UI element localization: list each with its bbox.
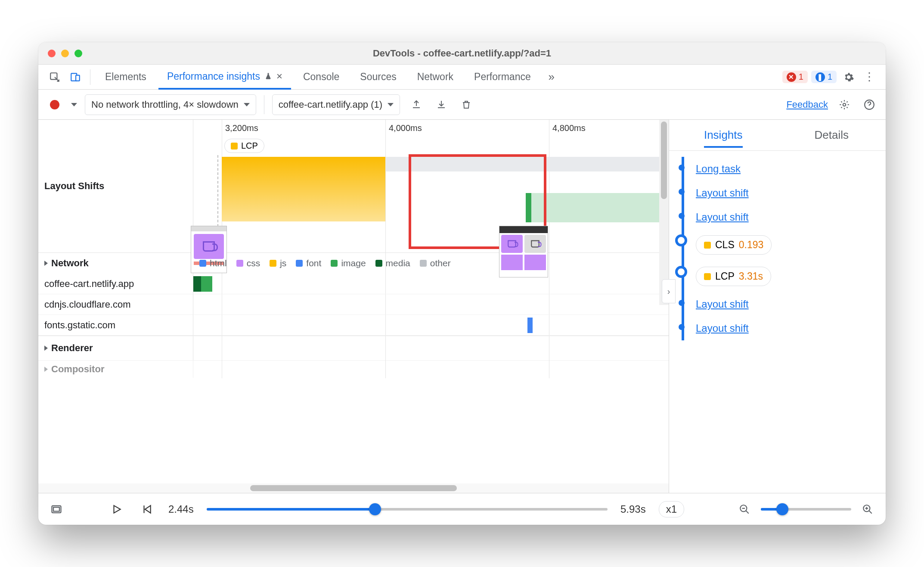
kebab-menu-icon[interactable]: ⋮: [861, 69, 878, 86]
renderer-section-header[interactable]: Renderer: [38, 336, 669, 360]
delete-icon[interactable]: [458, 96, 475, 113]
horizontal-scrollbar[interactable]: [38, 483, 669, 493]
panel-settings-icon[interactable]: [836, 96, 853, 113]
help-icon[interactable]: [861, 96, 878, 113]
tab-details[interactable]: Details: [778, 120, 886, 150]
tab-label: Console: [303, 71, 339, 83]
lcp-swatch: [704, 273, 711, 280]
insight-layout-shift[interactable]: Layout shift: [696, 187, 749, 199]
timeline-milestone-icon: [675, 266, 687, 278]
close-window-button[interactable]: [48, 50, 56, 57]
throttle-dropdown[interactable]: No network throttling, 4× slowdown: [85, 94, 256, 115]
time-end: 5.93s: [620, 503, 646, 515]
inspect-element-icon[interactable]: [46, 69, 63, 86]
tab-network[interactable]: Network: [409, 65, 462, 89]
layout-shifts-track[interactable]: 3,200ms 4,000ms 4,800ms LCP: [193, 120, 669, 252]
zoom-in-icon[interactable]: [859, 501, 876, 518]
swatch-html: [199, 260, 206, 267]
host-track[interactable]: [193, 294, 669, 315]
cls-label: CLS: [715, 239, 735, 251]
svg-rect-6: [53, 507, 59, 511]
page-dropdown[interactable]: coffee-cart.netlify.app (1): [272, 94, 400, 115]
tab-insights[interactable]: Insights: [669, 120, 778, 150]
main-area: Layout Shifts 3,200ms 4,000ms 4,800ms: [38, 120, 886, 493]
record-button[interactable]: [46, 96, 63, 113]
timeline-milestone-icon: [675, 234, 687, 246]
network-row: coffee-cart.netlify.app: [38, 274, 669, 294]
tab-sources[interactable]: Sources: [351, 65, 405, 89]
insights-list[interactable]: Long task Layout shift Layout shift CLS …: [669, 151, 886, 493]
recording-toolbar: No network throttling, 4× slowdown coffe…: [38, 90, 886, 120]
insight-layout-shift[interactable]: Layout shift: [696, 322, 749, 334]
insight-layout-shift[interactable]: Layout shift: [696, 211, 749, 223]
lcp-value: 3.31s: [739, 271, 763, 282]
slider-knob[interactable]: [369, 503, 381, 515]
tab-console[interactable]: Console: [295, 65, 348, 89]
host-track[interactable]: [193, 315, 669, 336]
insight-layout-shift[interactable]: Layout shift: [696, 298, 749, 310]
tab-label: Network: [417, 71, 453, 83]
timeline-dot: [679, 300, 685, 306]
tab-label: Details: [815, 128, 849, 142]
cls-pill[interactable]: CLS 0.193: [696, 235, 772, 255]
svg-point-3: [843, 103, 846, 106]
feedback-link[interactable]: Feedback: [786, 99, 828, 110]
window-title: DevTools - coffee-cart.netlify.app/?ad=1: [373, 48, 551, 59]
play-icon[interactable]: [108, 501, 125, 518]
issues-badge[interactable]: ❚ 1: [811, 71, 837, 83]
toggle-screenshots-icon[interactable]: [48, 501, 65, 518]
rewind-icon[interactable]: [138, 501, 155, 518]
lcp-pill[interactable]: LCP 3.31s: [696, 267, 771, 286]
expand-icon: [44, 367, 48, 372]
zoom-slider[interactable]: [761, 508, 851, 511]
device-toolbar-icon[interactable]: [67, 69, 84, 86]
timeline-dot: [679, 213, 685, 219]
zoom-out-icon[interactable]: [736, 501, 753, 518]
slider-knob[interactable]: [776, 503, 788, 515]
host-label: coffee-cart.netlify.app: [38, 274, 193, 294]
request-bar[interactable]: [527, 318, 533, 333]
timeline-bar-green[interactable]: [531, 193, 669, 222]
ruler-tick: 4,000ms: [389, 123, 422, 133]
timeline-bar-orange[interactable]: [222, 157, 385, 221]
maximize-window-button[interactable]: [74, 50, 82, 57]
scrollbar-thumb[interactable]: [250, 485, 457, 491]
throttle-value: No network throttling, 4× slowdown: [91, 99, 239, 110]
lcp-marker-pill[interactable]: LCP: [224, 139, 264, 153]
host-track[interactable]: [193, 274, 669, 294]
tab-performance-insights[interactable]: Performance insights ×: [158, 65, 291, 90]
tab-label: Performance insights: [167, 71, 260, 82]
tab-elements[interactable]: Elements: [96, 65, 155, 89]
vertical-scrollbar[interactable]: [659, 120, 669, 305]
error-badge[interactable]: ✕ 1: [782, 71, 808, 83]
request-bar[interactable]: [193, 276, 201, 292]
more-tabs-icon[interactable]: »: [543, 69, 560, 86]
expand-icon: [44, 261, 48, 266]
playhead-slider[interactable]: [207, 508, 608, 511]
legend-other: other: [430, 258, 451, 268]
renderer-track[interactable]: [193, 336, 669, 360]
compositor-track[interactable]: [193, 361, 669, 378]
tab-performance[interactable]: Performance: [465, 65, 540, 89]
import-icon[interactable]: [433, 96, 450, 113]
insight-long-task[interactable]: Long task: [696, 163, 741, 174]
compositor-section-header[interactable]: Compositor: [38, 360, 669, 378]
main-tabstrip: Elements Performance insights × Console …: [38, 65, 886, 90]
close-tab-icon[interactable]: ×: [276, 70, 282, 82]
legend-js: js: [280, 258, 286, 268]
export-icon[interactable]: [408, 96, 425, 113]
lcp-pill-label: LCP: [241, 141, 258, 151]
network-row: fonts.gstatic.com: [38, 315, 669, 336]
timeline-scroll[interactable]: Layout Shifts 3,200ms 4,000ms 4,800ms: [38, 120, 669, 483]
divider: [90, 69, 90, 85]
playback-speed[interactable]: x1: [659, 501, 684, 517]
tab-label: Sources: [360, 71, 396, 83]
minimize-window-button[interactable]: [61, 50, 69, 57]
scrollbar-thumb[interactable]: [661, 122, 667, 199]
network-section-header[interactable]: Network html css js font image media oth…: [38, 252, 669, 274]
zoom-controls: [736, 501, 876, 518]
ruler-tick: 3,200ms: [225, 123, 258, 133]
timeline-dot: [679, 189, 685, 195]
record-menu-caret[interactable]: [71, 103, 77, 106]
settings-icon[interactable]: [840, 69, 857, 86]
